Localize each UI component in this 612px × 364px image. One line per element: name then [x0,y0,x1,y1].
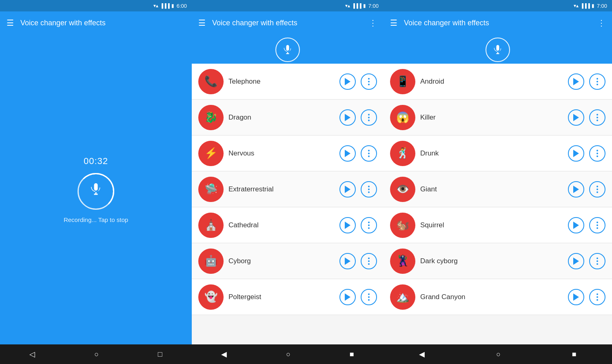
more-dots-icon [368,186,370,193]
play-button[interactable] [339,73,356,90]
play-button[interactable] [339,181,356,198]
mic-record-button[interactable] [78,173,114,210]
more-icon-3[interactable]: ⋮ [597,18,605,28]
mic-header-3 [384,34,612,64]
nav-section-2: ◀ ○ ■ [192,344,384,364]
more-options-button[interactable] [589,289,605,305]
play-triangle-icon [573,222,579,229]
more-options-button[interactable] [589,181,605,198]
play-button[interactable] [568,181,584,198]
more-options-button[interactable] [361,109,377,126]
battery-icon: ▮ [171,3,174,9]
effect-icon-cathedral: ⛪ [198,213,224,238]
list-item: 📱Android [384,64,612,100]
mic-button-3[interactable] [486,38,510,62]
more-options-button[interactable] [589,109,605,126]
play-triangle-icon [573,78,579,85]
recording-area: 00:32 Recording... Tap to stop [0,34,192,344]
effect-icon-squirrel: 🐿️ [390,213,415,238]
play-triangle-icon [573,257,579,265]
hamburger-icon-3[interactable]: ☰ [390,18,397,28]
effect-name: Squirrel [420,221,563,229]
list-item: 😱Killer [384,100,612,135]
list-item: 🤖Cyborg [192,243,384,279]
effect-name: Dragon [228,113,335,122]
battery-icon-mid: ▮ [363,3,366,9]
home-button-3[interactable]: ○ [488,347,509,362]
mic-svg-2 [282,44,293,55]
back-button-3[interactable]: ◀ [411,346,433,362]
play-triangle-icon [573,186,579,193]
nav-bar: ◁ ○ □ ◀ ○ ■ ◀ ○ ■ [0,344,612,364]
play-button[interactable] [339,145,356,162]
play-button[interactable] [339,253,356,269]
more-icon-2[interactable]: ⋮ [369,18,377,28]
play-button[interactable] [568,217,584,233]
play-triangle-icon [345,222,350,229]
play-button[interactable] [339,289,356,305]
effect-name: Killer [420,113,563,122]
nav-section-1: ◁ ○ □ [0,344,192,364]
status-mid: ▾▴ ▐▐▐ ▮ 7:00 [192,0,384,11]
play-button[interactable] [339,217,356,233]
more-options-button[interactable] [361,181,377,198]
play-triangle-icon [573,114,579,121]
more-options-button[interactable] [589,145,605,162]
effect-name: Extraterrestrial [228,185,335,193]
effect-name: Nervous [228,149,335,158]
list-item: ⛪Cathedral [192,207,384,243]
play-button[interactable] [568,289,584,305]
status-right: ▾▴ ▐▐▐ ▮ 7:00 [384,0,612,11]
more-options-button[interactable] [589,73,605,90]
play-triangle-icon [573,293,579,301]
effect-icon-giant: 👁️ [390,177,415,202]
recent-button-2[interactable]: ■ [341,347,362,362]
more-options-button[interactable] [361,289,377,305]
status-icons-left: ▾▴ ▐▐▐ ▮ [153,3,174,9]
effect-icon-drunk: 🕺 [390,141,415,166]
play-triangle-icon [573,150,579,157]
app-title-2: Voice changer with effects [212,19,297,27]
timer-display: 00:32 [84,156,108,166]
effect-name: Cathedral [228,221,335,229]
effect-name: Telephone [228,78,335,86]
hamburger-icon-2[interactable]: ☰ [198,18,206,28]
screen-effects-left: ☰ Voice changer with effects ⋮ 📞Telephon… [192,11,384,344]
battery-icon-right: ▮ [592,3,594,9]
effect-icon-android: 📱 [390,69,415,94]
more-options-button[interactable] [361,217,377,233]
play-button[interactable] [568,73,584,90]
more-dots-icon [596,293,598,301]
effect-name: Drunk [420,149,563,158]
list-item: 🏔️Grand Canyon [384,279,612,315]
more-options-button[interactable] [361,73,377,90]
more-options-button[interactable] [589,253,605,269]
more-dots-icon [596,186,598,193]
recent-button-3[interactable]: ■ [564,347,585,362]
status-bar: ▾▴ ▐▐▐ ▮ 6:00 ▾▴ ▐▐▐ ▮ 7:00 ▾▴ ▐▐▐ ▮ 7:0… [0,0,612,11]
appbar-3: ☰ Voice changer with effects ⋮ [384,11,612,34]
play-button[interactable] [568,253,584,269]
more-dots-icon [596,78,598,85]
app-title-1: Voice changer with effects [20,19,106,27]
back-button-1[interactable]: ◁ [21,346,43,362]
recent-button-1[interactable]: □ [150,347,171,362]
more-options-button[interactable] [589,217,605,233]
more-dots-icon [368,293,370,301]
signal-icon-mid: ▐▐▐ [352,3,361,8]
more-dots-icon [596,114,598,121]
more-dots-icon [596,257,598,265]
home-button-2[interactable]: ○ [278,347,299,362]
back-button-2[interactable]: ◀ [213,346,235,362]
home-button-1[interactable]: ○ [86,347,107,362]
status-left: ▾▴ ▐▐▐ ▮ 6:00 [0,0,192,11]
more-options-button[interactable] [361,145,377,162]
mic-button-2[interactable] [275,38,300,62]
more-options-button[interactable] [361,253,377,269]
play-button[interactable] [568,109,584,126]
play-button[interactable] [339,109,356,126]
hamburger-icon[interactable]: ☰ [7,18,14,28]
screen-effects-right: ☰ Voice changer with effects ⋮ 📱Android😱… [384,11,612,344]
appbar-1: ☰ Voice changer with effects [0,11,192,34]
play-button[interactable] [568,145,584,162]
